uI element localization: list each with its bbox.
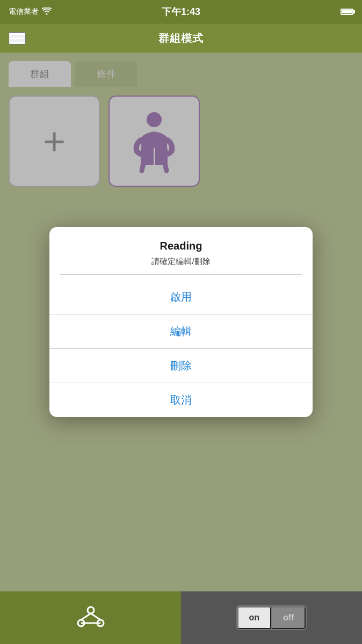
- status-right: [341, 9, 353, 15]
- bottom-bar: on off: [0, 591, 362, 644]
- svg-line-6: [81, 613, 91, 620]
- modal-overlay: Reading 請確定編輯/刪除 啟用 編輯 刪除 取消: [0, 53, 362, 591]
- carrier-label: 電信業者: [9, 7, 39, 17]
- modal-dialog: Reading 請確定編輯/刪除 啟用 編輯 刪除 取消: [49, 227, 313, 417]
- modal-edit-button[interactable]: 編輯: [49, 314, 313, 349]
- status-left: 電信業者: [9, 7, 52, 17]
- modal-cancel-button[interactable]: 取消: [49, 383, 313, 417]
- nav-title: 群組模式: [158, 31, 204, 46]
- hamburger-button[interactable]: [9, 32, 26, 45]
- status-bar: 電信業者 下午1:43: [0, 0, 362, 24]
- modal-delete-button[interactable]: 刪除: [49, 349, 313, 383]
- main-content: 群組 條件 +: [0, 53, 362, 591]
- status-time: 下午1:43: [162, 5, 200, 18]
- modal-subtitle: 請確定編輯/刪除: [60, 257, 302, 267]
- nav-bar: 群組模式: [0, 24, 362, 53]
- bottom-left-section: [0, 591, 181, 644]
- modal-header: Reading 請確定編輯/刪除: [49, 227, 313, 280]
- bottom-right-section: on off: [181, 591, 362, 644]
- toggle-off-button[interactable]: off: [271, 606, 306, 629]
- share-icon: [76, 603, 106, 633]
- battery-icon: [341, 9, 353, 15]
- modal-title: Reading: [60, 240, 302, 252]
- svg-line-7: [91, 613, 100, 620]
- toggle-switch[interactable]: on off: [236, 605, 307, 630]
- toggle-on-button[interactable]: on: [237, 606, 272, 629]
- wifi-icon: [42, 8, 52, 17]
- modal-enable-button[interactable]: 啟用: [49, 280, 313, 314]
- svg-point-3: [88, 607, 94, 613]
